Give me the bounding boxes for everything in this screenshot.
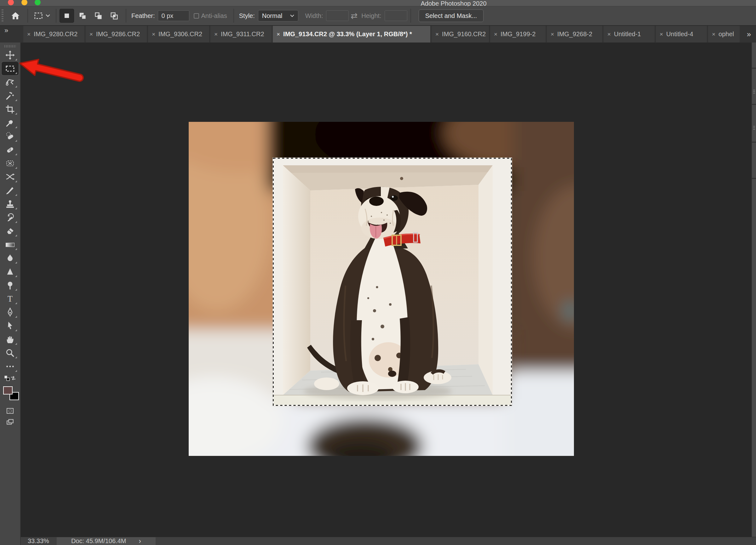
selection-marquee[interactable]	[273, 158, 512, 406]
swap-colors-icon[interactable]	[10, 375, 16, 381]
width-input[interactable]	[326, 10, 349, 21]
tools-panel-grip[interactable]	[4, 45, 16, 48]
subtract-from-selection-icon	[94, 11, 103, 20]
close-icon[interactable]: ×	[435, 31, 439, 38]
close-icon[interactable]: ×	[494, 31, 497, 38]
hand-icon	[5, 334, 15, 344]
style-label: Style:	[239, 12, 255, 20]
add-to-selection-button[interactable]	[75, 9, 90, 23]
home-button[interactable]	[7, 8, 24, 23]
right-panel-dock[interactable]	[751, 43, 756, 537]
zoom-tool[interactable]	[2, 346, 19, 359]
tab-untitled-1[interactable]: × Untitled-1	[604, 26, 655, 43]
move-icon	[5, 50, 15, 60]
pen-tool[interactable]	[2, 305, 19, 319]
close-icon[interactable]: ×	[89, 31, 93, 38]
tab-img-9306[interactable]: × IMG_9306.CR2	[148, 26, 209, 43]
close-icon[interactable]: ×	[660, 31, 663, 38]
close-window-button[interactable]	[8, 0, 14, 5]
close-icon[interactable]: ×	[27, 31, 31, 38]
doc-size-indicator[interactable]: Doc: 45.9M/106.4M ›	[57, 537, 156, 545]
path-selection-tool[interactable]	[2, 319, 19, 332]
gradient-tool[interactable]	[2, 238, 19, 251]
close-icon[interactable]: ×	[607, 31, 611, 38]
edit-toolbar-ellipsis[interactable]	[2, 359, 19, 373]
eyedropper-icon	[5, 118, 15, 128]
close-icon[interactable]: ×	[712, 31, 715, 38]
hand-tool[interactable]	[2, 332, 19, 346]
separator	[126, 9, 126, 23]
tab-untitled-4[interactable]: × Untitled-4	[656, 26, 707, 43]
healing-brush-icon	[5, 145, 15, 155]
magic-wand-tool[interactable]	[2, 89, 19, 102]
select-and-mask-button[interactable]: Select and Mask...	[419, 9, 484, 22]
tab-ophel[interactable]: × ophel	[708, 26, 740, 43]
feather-input[interactable]	[158, 10, 189, 21]
style-dropdown[interactable]: Normal	[258, 10, 298, 21]
tab-img-9286[interactable]: × IMG_9286.CR2	[86, 26, 147, 43]
eyedropper-tool[interactable]	[2, 116, 19, 129]
content-aware-move-tool[interactable]	[2, 170, 19, 184]
type-tool[interactable]: T	[2, 292, 19, 305]
toolbar-collapse-chevron[interactable]: »	[0, 26, 23, 43]
blur-tool[interactable]	[2, 251, 19, 265]
screen-mode-button[interactable]	[2, 416, 19, 428]
spot-healing-brush-icon	[5, 131, 15, 141]
intersect-selection-button[interactable]	[107, 9, 121, 23]
options-bar-grip[interactable]	[2, 9, 3, 22]
tab-img-9311[interactable]: × IMG_9311.CR2	[210, 26, 272, 43]
photoshop-window: Adobe Photoshop 2020	[0, 0, 756, 545]
tab-img-9134-active[interactable]: × IMG_9134.CR2 @ 33.3% (Layer 1, RGB/8*)…	[273, 26, 430, 43]
patch-tool[interactable]	[2, 157, 19, 170]
intersect-selection-icon	[110, 11, 118, 20]
doc-size-text: Doc: 45.9M/106.4M	[71, 537, 126, 545]
tools-panel: T	[0, 43, 21, 545]
type-icon: T	[5, 294, 15, 304]
close-icon[interactable]: ×	[214, 31, 218, 38]
tab-img-9199-2[interactable]: × IMG_9199-2	[490, 26, 546, 43]
swap-width-height-icon[interactable]: ⇄	[351, 11, 358, 21]
status-bar: 33.33% Doc: 45.9M/106.4M ›	[21, 537, 756, 545]
new-selection-icon	[62, 11, 71, 20]
subtract-from-selection-button[interactable]	[91, 9, 106, 23]
spot-healing-brush-tool[interactable]	[2, 129, 19, 143]
color-chips	[2, 384, 19, 403]
brush-tool[interactable]	[2, 184, 19, 197]
dodge-icon	[5, 280, 15, 290]
default-colors-icon[interactable]	[4, 375, 10, 381]
height-input[interactable]	[385, 10, 407, 21]
crop-tool[interactable]	[2, 102, 19, 116]
chevron-down-icon	[290, 14, 294, 17]
healing-brush-tool[interactable]	[2, 143, 19, 157]
foreground-color-chip[interactable]	[3, 386, 13, 394]
dodge-tool[interactable]	[2, 278, 19, 292]
gradient-icon	[5, 240, 15, 250]
document-tab-bar: » × IMG_9280.CR2 × IMG_9286.CR2 × IMG_93…	[0, 26, 756, 43]
tab-overflow-chevron[interactable]: »	[744, 26, 756, 43]
anti-alias-checkbox[interactable]	[194, 13, 199, 19]
lasso-icon	[5, 77, 15, 87]
pen-icon	[5, 307, 15, 317]
close-icon[interactable]: ×	[277, 31, 280, 38]
sharpen-tool[interactable]	[2, 265, 19, 278]
window-title: Adobe Photoshop 2020	[406, 0, 501, 7]
clone-stamp-tool[interactable]	[2, 197, 19, 211]
new-selection-button[interactable]	[60, 9, 74, 23]
maximize-window-button[interactable]	[35, 0, 41, 5]
quick-mask-button[interactable]	[2, 405, 19, 416]
add-to-selection-icon	[78, 11, 87, 20]
eraser-tool[interactable]	[2, 224, 19, 238]
tool-preset-picker[interactable]	[31, 9, 53, 22]
tab-img-9268-2[interactable]: × IMG_9268-2	[547, 26, 602, 43]
status-chevron-icon[interactable]: ›	[139, 537, 141, 545]
tab-img-9280[interactable]: × IMG_9280.CR2	[23, 26, 84, 43]
history-brush-tool[interactable]	[2, 211, 19, 224]
minimize-window-button[interactable]	[21, 0, 27, 5]
zoom-level[interactable]: 33.33%	[21, 537, 57, 545]
clone-stamp-icon	[5, 199, 15, 209]
close-icon[interactable]: ×	[152, 31, 155, 38]
history-brush-icon	[5, 213, 15, 223]
marquee-preset-icon	[34, 11, 43, 20]
tab-img-9160[interactable]: × IMG_9160.CR2	[432, 26, 489, 43]
close-icon[interactable]: ×	[551, 31, 554, 38]
